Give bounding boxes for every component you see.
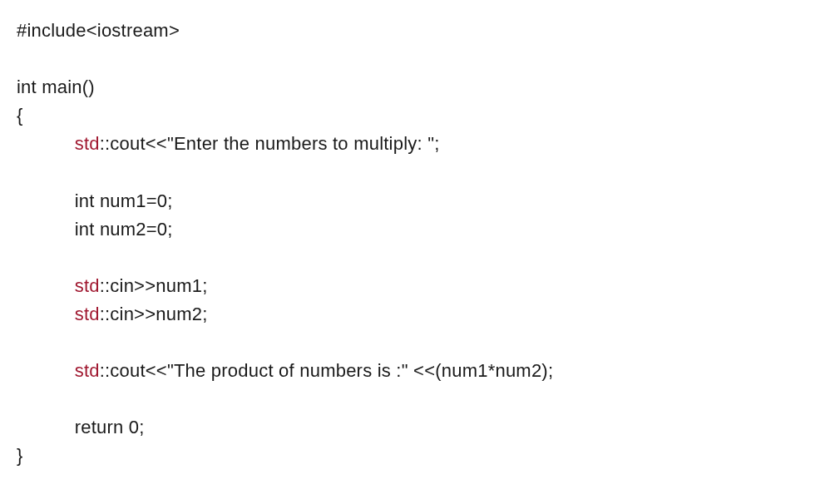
line-cin1: ::cin>>num1; <box>100 275 208 296</box>
line-brace-open: { <box>17 105 23 126</box>
line-main: int main() <box>17 77 95 97</box>
line-cout-prompt: ::cout<<"Enter the numbers to multiply: … <box>100 133 440 154</box>
line-brace-close: } <box>17 445 23 466</box>
std-keyword: std <box>75 304 100 324</box>
line-return: return 0; <box>75 417 145 437</box>
code-block: #include<iostream> int main() { std::cou… <box>17 17 813 471</box>
std-keyword: std <box>75 360 100 381</box>
line-cin2: ::cin>>num2; <box>100 304 208 324</box>
std-keyword: std <box>75 275 100 296</box>
line-cout-result: ::cout<<"The product of numbers is :" <<… <box>100 360 554 381</box>
line-num2: int num2=0; <box>75 219 173 240</box>
std-keyword: std <box>75 133 100 154</box>
line-num1: int num1=0; <box>75 190 173 211</box>
line-include: #include<iostream> <box>17 20 180 41</box>
